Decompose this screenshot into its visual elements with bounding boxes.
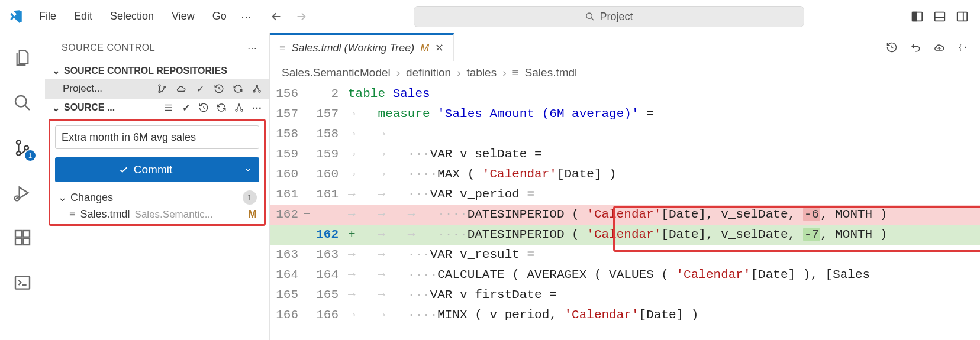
changes-label: Changes: [70, 192, 113, 204]
code-line: 157157 → measure 'Sales Amount (6M avera…: [270, 104, 980, 124]
commit-annotation-box: Commit ⌄ Changes 1 ≡ Sales.tmdl Sales.Se…: [49, 119, 266, 226]
scm-section-label: SOURCE ...: [64, 102, 115, 113]
sync-cloud-icon[interactable]: [175, 82, 188, 95]
code-line-removed: 162− → → → ····DATESINPERIOD ( 'Calendar…: [270, 205, 980, 225]
terminal-icon[interactable]: [11, 271, 34, 294]
repos-section-header[interactable]: ⌄ SOURCE CONTROL REPOSITORIES: [45, 63, 269, 79]
breadcrumb-item[interactable]: definition: [406, 66, 451, 79]
layout-sidebar-left-icon[interactable]: [909, 8, 926, 25]
checkmark-icon[interactable]: ✓: [179, 101, 192, 114]
chevron-down-icon: ⌄: [51, 102, 60, 114]
menu-selection[interactable]: Selection: [102, 7, 162, 27]
chevron-right-icon: ›: [457, 66, 460, 79]
search-placeholder: Project: [599, 11, 633, 23]
nav-back-icon[interactable]: [268, 8, 285, 25]
menu-more-icon[interactable]: ⋯: [236, 7, 256, 27]
editor-group: ≡ Sales.tmdl (Working Tree) M ✕ {· Sales…: [270, 33, 980, 340]
chevron-down-icon: ⌄: [51, 65, 60, 76]
code-line: 165165 → → ···VAR v_firstDate =: [270, 285, 980, 305]
svg-rect-12: [15, 231, 22, 237]
svg-point-18: [159, 91, 160, 93]
breadcrumb-item[interactable]: Sales.SemanticModel: [282, 66, 391, 79]
changed-file-row[interactable]: ≡ Sales.tmdl Sales.Semantic... M: [55, 205, 259, 221]
source-control-sidebar: SOURCE CONTROL ⋯ ⌄ SOURCE CONTROL REPOSI…: [45, 33, 270, 340]
menu-file[interactable]: File: [31, 7, 65, 27]
graph-icon[interactable]: [233, 101, 246, 114]
tab-filename: Sales.tmdl (Working Tree): [292, 42, 415, 54]
svg-point-28: [241, 109, 243, 111]
cloud-upload-icon[interactable]: [933, 41, 946, 54]
svg-point-27: [238, 104, 240, 106]
svg-point-19: [164, 86, 166, 88]
chevron-right-icon: ›: [396, 66, 400, 79]
svg-rect-14: [23, 238, 30, 245]
file-icon: ≡: [512, 66, 519, 79]
search-activity-icon[interactable]: [11, 91, 34, 115]
refresh-icon[interactable]: [231, 82, 244, 95]
tab-sales-tmdl[interactable]: ≡ Sales.tmdl (Working Tree) M ✕: [270, 33, 454, 61]
more-icon[interactable]: ⋯: [250, 101, 263, 114]
diff-editor[interactable]: 1562 table Sales 157157 → measure 'Sales…: [270, 84, 980, 325]
changes-header[interactable]: ⌄ Changes 1: [55, 190, 259, 205]
code-line: 159159 → → ···VAR v_selDate =: [270, 144, 980, 164]
revert-file-icon[interactable]: [909, 41, 922, 54]
breadcrumb-item[interactable]: Sales.tmdl: [525, 66, 578, 79]
commit-button[interactable]: Commit: [55, 157, 236, 182]
tab-status-modified: M: [420, 42, 429, 54]
menu-view[interactable]: View: [163, 7, 203, 27]
checkmark-icon: [118, 164, 129, 175]
svg-rect-3: [935, 12, 945, 21]
commit-message-input[interactable]: [55, 125, 259, 149]
chevron-right-icon: ›: [502, 66, 506, 79]
source-control-icon[interactable]: 1: [11, 136, 34, 160]
debug-icon[interactable]: [11, 181, 34, 205]
editor-tabs: ≡ Sales.tmdl (Working Tree) M ✕ {·: [270, 33, 980, 61]
scm-section-header[interactable]: ⌄ SOURCE ... ✓ ⋯: [45, 99, 269, 116]
checkmark-icon[interactable]: ✓: [194, 82, 207, 95]
extensions-icon[interactable]: [11, 226, 34, 250]
commit-dropdown-button[interactable]: [236, 157, 259, 182]
view-list-icon[interactable]: [162, 101, 175, 114]
json-icon[interactable]: {·: [956, 41, 969, 54]
svg-rect-16: [15, 276, 30, 289]
code-line-added: 162 + → → ····DATESINPERIOD ( 'Calendar'…: [270, 225, 980, 245]
refresh-icon[interactable]: [215, 101, 228, 114]
nav-forward-icon[interactable]: [293, 8, 310, 25]
sidebar-title: SOURCE CONTROL: [62, 43, 155, 53]
history-icon[interactable]: [197, 101, 210, 114]
scm-badge: 1: [25, 150, 36, 161]
history-icon[interactable]: [212, 82, 225, 95]
repos-section-label: SOURCE CONTROL REPOSITORIES: [64, 66, 227, 76]
graph-icon[interactable]: [250, 82, 263, 95]
code-line: 1562 table Sales: [270, 84, 980, 104]
history-icon[interactable]: [885, 41, 898, 54]
svg-point-21: [256, 85, 258, 87]
svg-point-9: [17, 151, 21, 156]
vscode-logo-icon: [5, 9, 27, 24]
svg-point-7: [15, 96, 27, 107]
file-name: Sales.tmdl: [80, 208, 130, 221]
repo-row[interactable]: Project... ✓: [45, 79, 269, 99]
command-center-search[interactable]: Project: [414, 6, 804, 27]
svg-point-10: [24, 146, 28, 150]
file-icon: ≡: [69, 208, 76, 221]
code-line: 161161 → → ···VAR v_period =: [270, 184, 980, 205]
sidebar-more-icon[interactable]: ⋯: [246, 41, 259, 54]
breadcrumb[interactable]: Sales.SemanticModel › definition › table…: [270, 61, 980, 84]
svg-point-8: [17, 140, 21, 144]
menu-go[interactable]: Go: [204, 7, 235, 27]
code-line: 158158 → →: [270, 124, 980, 144]
chevron-down-icon: ⌄: [57, 191, 67, 204]
svg-rect-2: [913, 12, 916, 21]
repo-name: Project...: [63, 83, 102, 95]
close-icon[interactable]: ✕: [435, 41, 444, 54]
layout-panel-bottom-icon[interactable]: [931, 8, 948, 25]
breadcrumb-item[interactable]: tables: [466, 66, 497, 79]
title-bar: File Edit Selection View Go ⋯ Project: [0, 0, 980, 33]
branch-icon[interactable]: [156, 82, 169, 95]
svg-rect-13: [15, 238, 22, 245]
changes-count-badge: 1: [243, 190, 257, 205]
explorer-icon[interactable]: [11, 46, 34, 70]
menu-edit[interactable]: Edit: [66, 7, 101, 27]
layout-sidebar-right-icon[interactable]: [954, 8, 971, 25]
